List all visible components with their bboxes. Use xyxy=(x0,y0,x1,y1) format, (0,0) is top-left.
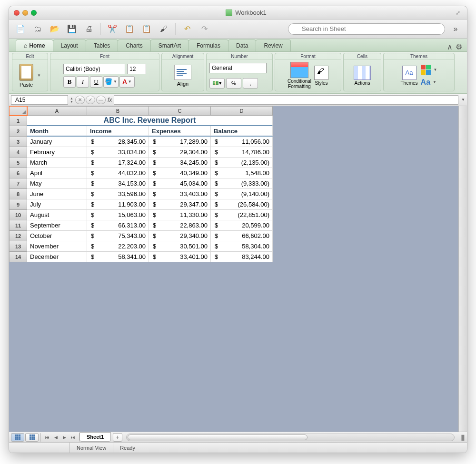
paste-button[interactable]: Paste xyxy=(19,64,33,88)
row-header[interactable]: 7 xyxy=(9,178,27,189)
actions-button[interactable]: Actions xyxy=(354,66,371,86)
zoom-icon[interactable] xyxy=(31,10,37,16)
grid[interactable]: A B C D 1 ABC Inc. Revenue Report 2 Mont… xyxy=(9,106,273,432)
split-handle-icon[interactable]: ▮ xyxy=(458,433,467,442)
col-header-c[interactable]: C xyxy=(149,106,211,116)
redo-icon[interactable]: ↷ xyxy=(198,22,211,36)
cell-balance[interactable]: $14,786.00 xyxy=(211,147,273,158)
search-input[interactable] xyxy=(288,23,445,35)
cell-balance[interactable]: $(26,584.00) xyxy=(211,199,273,210)
row-header[interactable]: 4 xyxy=(9,147,27,158)
header-expenses[interactable]: Expenses xyxy=(149,126,211,137)
cell-balance[interactable]: $11,056.00 xyxy=(211,137,273,147)
cancel-formula-icon[interactable]: ✕ xyxy=(75,96,85,104)
tab-layout[interactable]: Layout xyxy=(53,39,86,51)
row-header[interactable]: 3 xyxy=(9,137,27,147)
print-icon[interactable]: 🖨 xyxy=(82,22,96,36)
gear-icon[interactable]: ⚙ xyxy=(456,42,462,51)
underline-button[interactable]: U xyxy=(90,76,102,88)
font-size-select[interactable] xyxy=(127,64,146,74)
cell-income[interactable]: $28,345.00 xyxy=(87,137,149,147)
horizontal-scrollbar[interactable] xyxy=(126,434,455,441)
select-all-corner[interactable] xyxy=(9,106,27,116)
cell-expenses[interactable]: $33,401.00 xyxy=(149,252,211,262)
row-header[interactable]: 5 xyxy=(9,158,27,168)
cell-month[interactable]: January xyxy=(27,137,87,147)
header-balance[interactable]: Balance xyxy=(211,126,273,137)
font-name-select[interactable] xyxy=(63,64,125,74)
tab-tables[interactable]: Tables xyxy=(86,39,119,51)
cell-balance[interactable]: $(22,851.00) xyxy=(211,210,273,220)
titlebar[interactable]: Workbook1 ⤢ xyxy=(9,6,467,20)
themes-button[interactable]: Aa Themes xyxy=(400,66,417,86)
cell-income[interactable]: $66,313.00 xyxy=(87,220,149,231)
first-sheet-icon[interactable]: ⏮ xyxy=(43,433,51,442)
align-button[interactable]: Align xyxy=(174,65,191,87)
sheet-tab-sheet1[interactable]: Sheet1 xyxy=(79,432,111,442)
more-icon[interactable]: » xyxy=(449,22,462,36)
cell-expenses[interactable]: $40,349.00 xyxy=(149,168,211,178)
cell-expenses[interactable]: $45,034.00 xyxy=(149,178,211,189)
cut-icon[interactable]: ✂️ xyxy=(106,22,119,36)
undo-icon[interactable]: ↶ xyxy=(180,22,194,36)
row-header[interactable]: 1 xyxy=(9,116,27,126)
tab-formulas[interactable]: Formulas xyxy=(188,39,228,51)
cell-income[interactable]: $34,153.00 xyxy=(87,178,149,189)
cell-income[interactable]: $15,063.00 xyxy=(87,210,149,220)
row-header[interactable]: 2 xyxy=(9,126,27,137)
collapse-ribbon-icon[interactable]: ∧ xyxy=(447,42,453,51)
new-doc-icon[interactable]: 📄 xyxy=(14,22,27,36)
tab-charts[interactable]: Charts xyxy=(118,39,150,51)
tab-home[interactable]: ⌂Home xyxy=(16,39,53,51)
cell-balance[interactable]: $58,304.00 xyxy=(211,241,273,252)
formula-bar[interactable] xyxy=(114,95,458,105)
cell-balance[interactable]: $(2,135.00) xyxy=(211,158,273,168)
copy-icon[interactable]: 📋 xyxy=(123,22,136,36)
name-box[interactable]: A15 xyxy=(11,95,68,105)
next-sheet-icon[interactable]: ▶ xyxy=(60,433,69,442)
fullscreen-icon[interactable]: ⤢ xyxy=(456,10,462,16)
row-header[interactable]: 12 xyxy=(9,231,27,241)
cell-income[interactable]: $22,203.00 xyxy=(87,241,149,252)
styles-button[interactable]: Styles xyxy=(314,66,328,86)
row-header[interactable]: 8 xyxy=(9,189,27,199)
cell-month[interactable]: October xyxy=(27,231,87,241)
percent-button[interactable]: % xyxy=(226,78,241,89)
cell-expenses[interactable]: $17,289.00 xyxy=(149,137,211,147)
fill-color-button[interactable]: 🪣▼ xyxy=(103,76,119,88)
tab-smartart[interactable]: SmartArt xyxy=(150,39,189,51)
header-month[interactable]: Month xyxy=(27,126,87,137)
cell-month[interactable]: February xyxy=(27,147,87,158)
save-icon[interactable]: 💾 xyxy=(65,22,79,36)
cell-income[interactable]: $33,596.00 xyxy=(87,189,149,199)
cell-balance[interactable]: $(9,333.00) xyxy=(211,178,273,189)
vertical-scrollbar[interactable] xyxy=(458,106,467,432)
page-layout-view-button[interactable] xyxy=(25,433,39,442)
cell-month[interactable]: March xyxy=(27,158,87,168)
template-icon[interactable]: 🗂 xyxy=(31,22,44,36)
bold-button[interactable]: B xyxy=(63,76,76,88)
close-icon[interactable] xyxy=(14,10,20,16)
number-format-select[interactable] xyxy=(209,63,267,73)
cell-month[interactable]: April xyxy=(27,168,87,178)
clear-formula-icon[interactable]: — xyxy=(96,96,106,104)
col-header-a[interactable]: A xyxy=(27,106,87,116)
col-header-d[interactable]: D xyxy=(211,106,273,116)
cell-income[interactable]: $17,324.00 xyxy=(87,158,149,168)
add-sheet-button[interactable]: + xyxy=(113,433,122,442)
paste-icon[interactable]: 📋 xyxy=(140,22,153,36)
header-income[interactable]: Income xyxy=(87,126,149,137)
minimize-icon[interactable] xyxy=(22,10,28,16)
comma-button[interactable]: , xyxy=(243,78,258,89)
cell-expenses[interactable]: $22,863.00 xyxy=(149,220,211,231)
cell-expenses[interactable]: $29,347.00 xyxy=(149,199,211,210)
row-header[interactable]: 13 xyxy=(9,241,27,252)
italic-button[interactable]: I xyxy=(77,76,89,88)
row-header[interactable]: 9 xyxy=(9,199,27,210)
cell-balance[interactable]: $(9,140.00) xyxy=(211,189,273,199)
row-header[interactable]: 10 xyxy=(9,210,27,220)
cell-balance[interactable]: $66,602.00 xyxy=(211,231,273,241)
chevron-down-icon[interactable]: ▼ xyxy=(37,73,41,78)
row-header[interactable]: 11 xyxy=(9,220,27,231)
cell-income[interactable]: $58,341.00 xyxy=(87,252,149,262)
